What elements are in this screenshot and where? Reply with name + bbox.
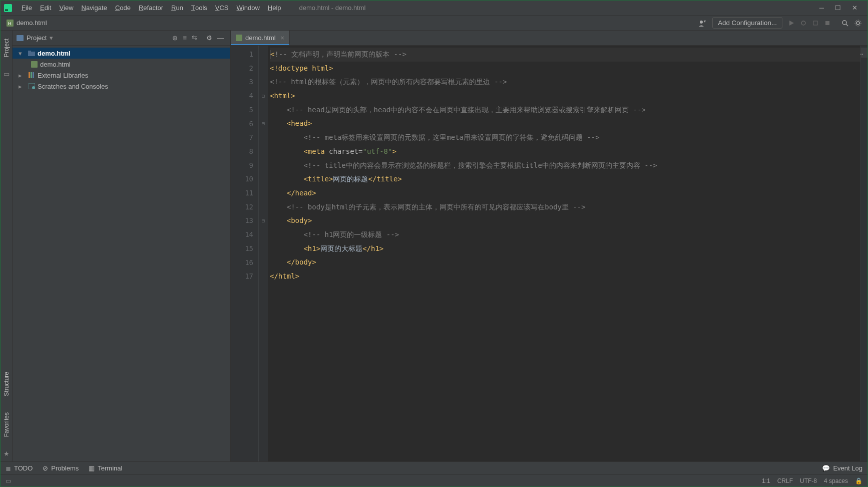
app-logo-icon bbox=[4, 4, 13, 13]
locate-icon[interactable]: ⊕ bbox=[170, 34, 180, 42]
tree-root-label: demo.html bbox=[38, 50, 71, 57]
toolbar: H demo.html ▾ Add Configuration... bbox=[1, 16, 867, 31]
terminal-tool-button[interactable]: ▥Terminal bbox=[89, 464, 122, 472]
line-number-gutter[interactable]: 1234567891011121314151617 bbox=[231, 46, 259, 461]
menu-help[interactable]: Help bbox=[264, 4, 285, 12]
svg-rect-17 bbox=[29, 72, 30, 78]
chevron-down-icon[interactable]: ▾ bbox=[19, 50, 26, 57]
favorites-tool-button[interactable]: Favorites bbox=[3, 409, 10, 440]
file-encoding[interactable]: UTF-8 bbox=[800, 477, 817, 484]
lock-icon[interactable]: 🔒 bbox=[855, 477, 862, 484]
html-file-icon: H bbox=[7, 20, 14, 27]
error-stripe[interactable] bbox=[860, 46, 867, 461]
menu-file[interactable]: File bbox=[18, 4, 36, 12]
event-log-icon: 💬 bbox=[822, 464, 830, 472]
cursor-position[interactable]: 1:1 bbox=[762, 477, 770, 484]
files-icon[interactable]: ▭ bbox=[4, 70, 10, 78]
minimize-button[interactable]: ─ bbox=[819, 4, 824, 12]
tab-label: demo.html bbox=[245, 34, 276, 42]
bottom-toolbar: ≣TODO ⊘Problems ▥Terminal 💬Event Log bbox=[1, 461, 867, 474]
todo-tool-button[interactable]: ≣TODO bbox=[6, 464, 33, 472]
menu-navigate[interactable]: Navigate bbox=[78, 4, 111, 12]
scratches-icon bbox=[28, 83, 36, 90]
user-icon[interactable]: ▾ bbox=[695, 20, 709, 27]
run-with-coverage-button[interactable] bbox=[809, 20, 821, 26]
html-file-icon bbox=[30, 61, 38, 68]
svg-rect-8 bbox=[825, 21, 829, 25]
project-tool-button[interactable]: Project bbox=[3, 36, 10, 60]
chevron-down-icon[interactable]: ▾ bbox=[50, 34, 53, 42]
chevron-right-icon[interactable]: ▸ bbox=[19, 83, 26, 90]
event-log-button[interactable]: 💬Event Log bbox=[822, 464, 862, 472]
maximize-button[interactable]: ☐ bbox=[835, 4, 841, 12]
status-left-icon[interactable]: ▭ bbox=[6, 477, 11, 484]
svg-line-10 bbox=[846, 24, 848, 26]
line-separator[interactable]: CRLF bbox=[777, 477, 793, 484]
svg-point-11 bbox=[856, 22, 859, 25]
tree-scratches-label: Scratches and Consoles bbox=[38, 83, 108, 90]
svg-rect-1 bbox=[5, 10, 8, 11]
svg-text:H: H bbox=[8, 21, 12, 26]
svg-rect-7 bbox=[813, 21, 817, 25]
svg-rect-16 bbox=[31, 61, 38, 68]
svg-rect-13 bbox=[17, 35, 24, 41]
svg-point-6 bbox=[801, 21, 805, 25]
project-tree[interactable]: ▾ demo.html demo.html ▸ External Librari… bbox=[13, 46, 230, 461]
star-icon: ★ bbox=[4, 450, 10, 461]
problems-tool-button[interactable]: ⊘Problems bbox=[43, 464, 79, 472]
menu-vcs[interactable]: VCS bbox=[211, 4, 233, 12]
editor-tabs: demo.html × bbox=[231, 31, 867, 46]
menu-tools[interactable]: Tools bbox=[187, 4, 211, 12]
chevron-right-icon[interactable]: ▸ bbox=[19, 72, 26, 79]
svg-rect-14 bbox=[28, 52, 35, 56]
editor: demo.html × Analyzing... 123456789101112… bbox=[231, 31, 867, 461]
svg-point-9 bbox=[842, 21, 846, 25]
expand-all-icon[interactable]: ≡ bbox=[180, 34, 189, 42]
svg-point-21 bbox=[32, 86, 35, 89]
breadcrumb-file: demo.html bbox=[17, 19, 47, 27]
sidebar-settings-icon[interactable]: ⚙ bbox=[204, 34, 215, 42]
tree-root[interactable]: ▾ demo.html bbox=[13, 48, 230, 59]
breadcrumb[interactable]: H demo.html bbox=[4, 19, 50, 27]
menu-window[interactable]: Window bbox=[233, 4, 264, 12]
sidebar-title: Project bbox=[27, 34, 47, 42]
svg-text:▾: ▾ bbox=[704, 20, 706, 24]
left-tool-rail: Project ▭ Structure Favorites ★ bbox=[1, 31, 13, 461]
tree-file-label: demo.html bbox=[40, 61, 71, 68]
tree-scratches[interactable]: ▸ Scratches and Consoles bbox=[13, 81, 230, 92]
menu-view[interactable]: View bbox=[55, 4, 77, 12]
structure-tool-button[interactable]: Structure bbox=[3, 369, 10, 399]
menu-edit[interactable]: Edit bbox=[36, 4, 55, 12]
run-button[interactable] bbox=[785, 20, 797, 26]
project-sidebar: Project ▾ ⊕ ≡ ⇆ ⚙ — ▾ demo.html demo.htm… bbox=[13, 31, 231, 461]
svg-rect-15 bbox=[28, 51, 31, 52]
project-view-icon bbox=[17, 35, 24, 41]
debug-button[interactable] bbox=[797, 20, 809, 26]
terminal-icon: ▥ bbox=[89, 464, 95, 472]
tree-external-label: External Libraries bbox=[38, 72, 88, 79]
tree-external-libs[interactable]: ▸ External Libraries bbox=[13, 70, 230, 81]
menu-code[interactable]: Code bbox=[111, 4, 135, 12]
svg-rect-18 bbox=[31, 72, 32, 78]
menu-run[interactable]: Run bbox=[167, 4, 187, 12]
hide-sidebar-icon[interactable]: — bbox=[215, 34, 226, 42]
close-button[interactable]: ✕ bbox=[852, 4, 857, 12]
collapse-all-icon[interactable]: ⇆ bbox=[189, 34, 200, 42]
svg-point-4 bbox=[700, 21, 703, 24]
menu-refactor[interactable]: Refactor bbox=[135, 4, 167, 12]
close-tab-icon[interactable]: × bbox=[281, 35, 284, 42]
fold-gutter[interactable]: ⊟⊟⊟ bbox=[259, 46, 268, 461]
indent-setting[interactable]: 4 spaces bbox=[824, 477, 848, 484]
stop-button[interactable] bbox=[821, 20, 833, 26]
tree-file[interactable]: demo.html bbox=[13, 59, 230, 70]
settings-icon[interactable] bbox=[851, 20, 864, 27]
code-area[interactable]: <!-- 文档声明，声明当前网页的版本 --><!doctype html><!… bbox=[268, 46, 860, 461]
library-icon bbox=[28, 72, 36, 79]
search-icon[interactable] bbox=[838, 20, 851, 27]
window-title: demo.html - demo.html bbox=[299, 4, 366, 12]
editor-tab[interactable]: demo.html × bbox=[231, 31, 290, 45]
svg-rect-19 bbox=[33, 72, 34, 78]
svg-point-12 bbox=[855, 20, 861, 26]
add-configuration-button[interactable]: Add Configuration... bbox=[712, 17, 782, 29]
status-bar: ▭ 1:1 CRLF UTF-8 4 spaces 🔒 bbox=[1, 474, 867, 486]
